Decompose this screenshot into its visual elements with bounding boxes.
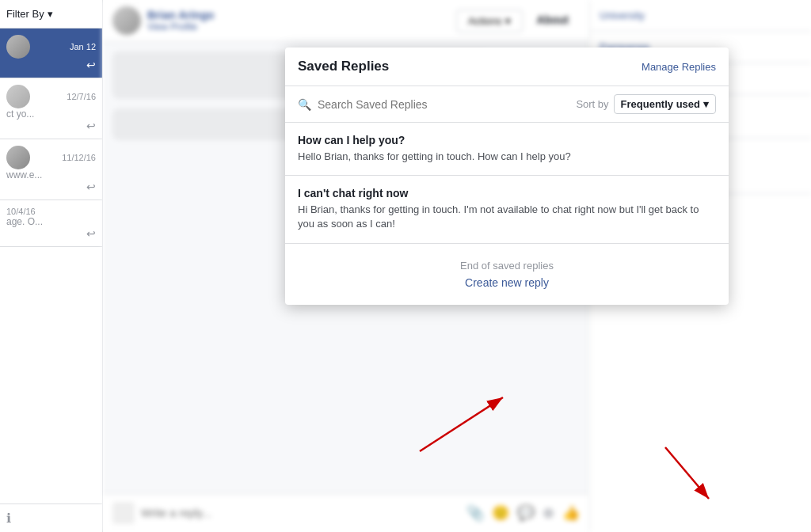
list-item[interactable]: 10/4/16 age. O... ↩ [0, 200, 102, 247]
message-date: Jan 12 [70, 42, 96, 51]
info-icon: ℹ [6, 511, 11, 525]
message-date: 11/12/16 [62, 153, 96, 162]
message-date: 10/4/16 [6, 207, 36, 216]
list-item[interactable]: Jan 12 ↩ [0, 28, 102, 78]
emoji-icon[interactable]: 🙂 [492, 504, 509, 522]
contact-info: Brian Aringo View Profile [147, 9, 450, 32]
reply-icon: ↩ [6, 227, 96, 240]
reply-body: Hello Brian, thanks for getting in touch… [298, 150, 716, 164]
list-item[interactable]: 12/7/16 ct yo... ↩ [0, 78, 102, 139]
avatar [6, 85, 30, 108]
saved-replies-icon[interactable]: 💬 [517, 504, 535, 522]
reply-input[interactable] [141, 507, 460, 519]
message-preview: ct yo... [6, 108, 93, 120]
contact-name: Brian Aringo [147, 9, 450, 21]
manage-replies-link[interactable]: Manage Replies [642, 61, 716, 73]
sidebar-info: ℹ [0, 504, 102, 532]
avatar [6, 35, 30, 59]
reply-title: I can't chat right now [298, 187, 716, 200]
sort-section: Sort by Frequently used ▾ [576, 94, 716, 114]
reply-icon: ↩ [6, 120, 96, 132]
university-link[interactable]: University [600, 10, 801, 21]
reply-body: Hi Brian, thanks for getting in touch. I… [298, 203, 716, 231]
actions-button[interactable]: Actions ▾ [456, 10, 523, 32]
input-icons: 📎 🙂 💬 ⊕ 👍 [466, 504, 580, 522]
filter-label: Filter By [6, 8, 44, 20]
reply-icon: ↩ [6, 59, 96, 71]
reply-title: How can I help you? [298, 134, 716, 146]
search-bar: 🔍 Sort by Frequently used ▾ [285, 86, 729, 123]
create-reply-link[interactable]: Create new reply [298, 276, 716, 289]
filter-chevron: ▾ [48, 8, 53, 20]
input-bar: 📎 🙂 💬 ⊕ 👍 [103, 493, 589, 532]
saved-replies-panel[interactable]: Saved Replies Manage Replies 🔍 Sort by F… [285, 48, 729, 305]
about-button[interactable]: About [526, 9, 580, 32]
reply-item-2[interactable]: I can't chat right now Hi Brian, thanks … [285, 176, 729, 243]
search-icon: 🔍 [298, 98, 311, 111]
grid-icon [112, 502, 135, 524]
avatar [6, 146, 30, 169]
reply-icon: ↩ [6, 180, 96, 193]
panel-title: Saved Replies [298, 59, 389, 74]
end-of-replies-text: End of saved replies [298, 260, 716, 272]
sort-dropdown[interactable]: Frequently used ▾ [614, 94, 716, 114]
filter-button[interactable]: Filter By ▾ [6, 8, 96, 20]
right-section-university: University [590, 0, 811, 32]
contact-avatar [112, 6, 141, 35]
top-actions: Actions ▾ About [456, 9, 580, 32]
top-bar: Brian Aringo View Profile Actions ▾ Abou… [103, 0, 589, 42]
like-icon[interactable]: 👍 [562, 504, 580, 522]
list-item[interactable]: 11/12/16 www.e... ↩ [0, 139, 102, 200]
conversation-list: Jan 12 ↩ 12/7/16 ct yo... ↩ 11/12/16 [0, 28, 102, 504]
sort-label: Sort by [576, 98, 608, 110]
contact-sub: View Profile [147, 21, 450, 32]
panel-header: Saved Replies Manage Replies [285, 48, 729, 86]
search-input[interactable] [318, 98, 569, 111]
reply-item-1[interactable]: How can I help you? Hello Brian, thanks … [285, 123, 729, 176]
attachment-icon[interactable]: 📎 [466, 504, 484, 522]
message-sidebar: Filter By ▾ Jan 12 ↩ 12/7/16 ct yo... [0, 0, 103, 532]
sort-value: Frequently used [621, 98, 700, 110]
sort-chevron: ▾ [703, 98, 709, 110]
filter-bar[interactable]: Filter By ▾ [0, 0, 102, 28]
plus-icon[interactable]: ⊕ [543, 504, 554, 522]
message-date: 12/7/16 [67, 92, 96, 101]
message-preview: www.e... [6, 169, 93, 180]
panel-footer: End of saved replies Create new reply [285, 244, 729, 305]
message-preview: age. O... [6, 216, 93, 227]
